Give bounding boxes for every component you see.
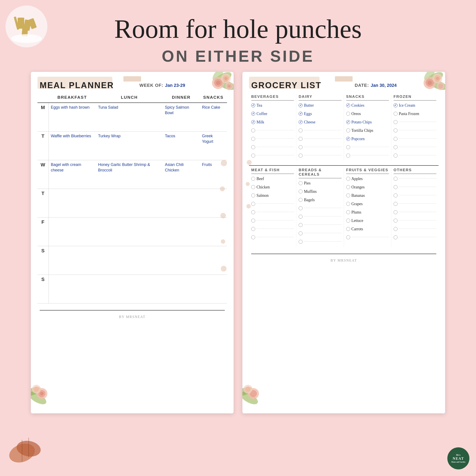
svg-point-6 xyxy=(11,34,42,43)
grocery-item-label: Muffins xyxy=(304,189,317,194)
check-circle[interactable] xyxy=(251,137,255,141)
check-circle[interactable] xyxy=(393,153,398,158)
check-circle[interactable] xyxy=(299,145,303,149)
check-circle[interactable] xyxy=(393,202,398,206)
grocery-item-label: Lettuce xyxy=(352,218,363,223)
check-circle[interactable] xyxy=(346,103,350,107)
lunch-cell xyxy=(96,217,163,246)
check-circle[interactable] xyxy=(393,219,398,222)
check-circle[interactable] xyxy=(299,231,303,235)
check-circle[interactable] xyxy=(346,137,350,141)
dinner-cell xyxy=(163,274,200,303)
check-circle[interactable] xyxy=(299,153,303,158)
check-circle[interactable] xyxy=(299,215,303,219)
grocery-list-header: GROCERY LIST DATE: Jan 30, 2024 xyxy=(242,72,445,92)
check-circle[interactable] xyxy=(251,210,255,214)
grocery-item-line xyxy=(304,216,341,216)
check-circle[interactable] xyxy=(299,206,303,210)
grocery-col-header-1: DAIRY xyxy=(299,95,341,101)
check-circle[interactable] xyxy=(393,210,398,214)
meal-page-divider xyxy=(40,310,225,310)
grocery-item xyxy=(393,176,436,182)
check-circle[interactable] xyxy=(251,185,255,189)
check-circle[interactable] xyxy=(393,128,398,133)
grocery-item-label: Cheese xyxy=(304,120,315,124)
lunch-cell: Tuna Salad xyxy=(96,103,163,131)
check-circle[interactable] xyxy=(393,145,398,149)
check-circle[interactable] xyxy=(299,223,303,227)
check-circle[interactable] xyxy=(299,137,303,141)
date-value: Jan 30, 2024 xyxy=(371,83,397,88)
check-circle[interactable] xyxy=(251,235,255,239)
check-circle[interactable] xyxy=(346,145,350,149)
day-col-header xyxy=(37,92,49,103)
grocery-col-2: SNACKSCookiesOreosPotato ChipsTortilla C… xyxy=(344,95,391,161)
check-circle[interactable] xyxy=(299,189,303,193)
grocery-item xyxy=(393,153,436,159)
lunch-header: LUNCH xyxy=(96,92,163,103)
grocery-item xyxy=(299,205,341,211)
check-circle[interactable] xyxy=(393,120,398,124)
tape-top-meal xyxy=(123,76,141,82)
grocery-item-label: Cookies xyxy=(352,103,364,108)
check-circle[interactable] xyxy=(346,177,350,181)
grocery-item-label: Potato Chips xyxy=(352,120,372,124)
grocery-item: Salmon xyxy=(251,192,294,199)
check-circle[interactable] xyxy=(346,202,350,206)
grocery-item-line xyxy=(399,155,436,155)
check-circle[interactable] xyxy=(346,219,350,222)
check-circle[interactable] xyxy=(346,193,350,197)
check-circle[interactable] xyxy=(393,193,398,197)
check-circle[interactable] xyxy=(251,177,255,181)
check-circle[interactable] xyxy=(393,235,398,239)
grocery-item xyxy=(251,218,294,224)
check-circle[interactable] xyxy=(251,103,255,107)
check-circle[interactable] xyxy=(393,185,398,189)
grocery-page-footer: BY MRSNEAT xyxy=(242,256,445,265)
grocery-item xyxy=(251,144,294,150)
grocery-item-label: Coffee xyxy=(256,112,267,116)
grocery-item xyxy=(299,136,341,142)
check-circle[interactable] xyxy=(346,112,350,116)
check-circle[interactable] xyxy=(393,177,398,181)
check-circle[interactable] xyxy=(346,153,350,158)
table-row: T xyxy=(37,189,227,217)
day-cell: T xyxy=(37,189,49,217)
check-circle[interactable] xyxy=(346,128,350,133)
check-circle[interactable] xyxy=(251,128,255,133)
grocery-item-label: Plums xyxy=(352,210,361,215)
check-circle[interactable] xyxy=(299,181,303,185)
grocery-col-3: OTHERS xyxy=(391,168,439,247)
check-circle[interactable] xyxy=(393,137,398,141)
grocery-item xyxy=(393,192,436,199)
check-circle[interactable] xyxy=(251,227,255,231)
check-circle[interactable] xyxy=(251,219,255,222)
check-circle[interactable] xyxy=(346,120,350,124)
grocery-item xyxy=(393,136,436,142)
check-circle[interactable] xyxy=(299,198,303,202)
check-circle[interactable] xyxy=(251,193,255,197)
deco-circle-2 xyxy=(220,187,225,191)
grocery-item xyxy=(393,144,436,150)
check-circle[interactable] xyxy=(251,112,255,116)
check-circle[interactable] xyxy=(251,145,255,149)
check-circle[interactable] xyxy=(299,240,303,244)
check-circle[interactable] xyxy=(393,227,398,231)
check-circle[interactable] xyxy=(251,120,255,124)
check-circle[interactable] xyxy=(346,185,350,189)
check-circle[interactable] xyxy=(346,210,350,214)
meal-table-wrap: BREAKFAST LUNCH DINNER SNACKS M Eggs wit… xyxy=(31,92,234,308)
check-circle[interactable] xyxy=(251,202,255,206)
check-circle[interactable] xyxy=(299,128,303,133)
title-caps: ON EITHER SIDE xyxy=(0,47,476,65)
check-circle[interactable] xyxy=(346,227,350,231)
grocery-item: Tea xyxy=(251,102,294,108)
check-circle[interactable] xyxy=(346,235,350,239)
grocery-item-label: Bananas xyxy=(352,193,365,198)
check-circle[interactable] xyxy=(251,153,255,158)
grocery-item-label: Beef xyxy=(256,176,264,181)
check-circle[interactable] xyxy=(299,112,303,116)
meal-planner-page: MEAL PLANNER WEEK OF: Jan 23-29 BREAKFAS… xyxy=(31,72,234,413)
check-circle[interactable] xyxy=(299,103,303,107)
check-circle[interactable] xyxy=(299,120,303,124)
